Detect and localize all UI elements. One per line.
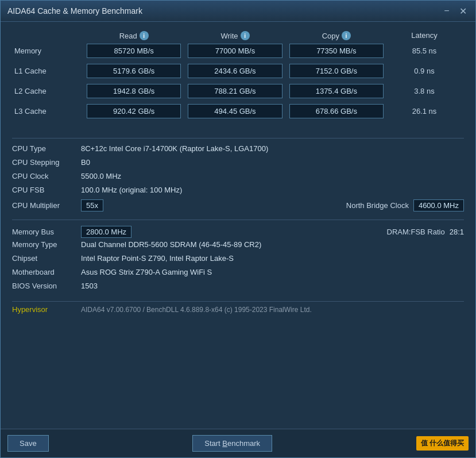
header-read: Read i xyxy=(83,31,184,40)
write-cell: 2434.6 GB/s xyxy=(184,64,285,78)
write-cell: 77000 MB/s xyxy=(184,44,285,58)
copy-value: 1375.4 GB/s xyxy=(289,84,384,98)
header-write: Write i xyxy=(184,31,285,40)
footer: Save Start Benchmark 值 什么值得买 xyxy=(1,429,475,457)
latency-value: 0.9 ns xyxy=(409,64,439,78)
motherboard-row: Motherboard Asus ROG Strix Z790-A Gaming… xyxy=(12,268,464,279)
copy-info-icon[interactable]: i xyxy=(342,31,351,40)
table-row: L3 Cache 920.42 GB/s 494.45 GB/s 678.66 … xyxy=(12,104,464,118)
write-value: 494.45 GB/s xyxy=(188,104,282,118)
row-label: L1 Cache xyxy=(14,67,83,75)
start-benchmark-button[interactable]: Start Benchmark xyxy=(192,435,272,452)
read-cell: 920.42 GB/s xyxy=(83,104,184,118)
benchmark-table: Read i Write i Copy i Latency xyxy=(12,31,464,124)
cpu-multiplier-value: 55x xyxy=(81,199,103,211)
row-label: L2 Cache xyxy=(14,87,83,95)
membus-value: 2800.0 MHz xyxy=(81,226,131,238)
cpu-clock-row: CPU Clock 5500.0 MHz xyxy=(12,172,464,183)
cpu-info-section: CPU Type 8C+12c Intel Core i7-14700K (Ra… xyxy=(12,138,464,214)
read-value: 85720 MB/s xyxy=(87,44,181,58)
copy-cell: 77350 MB/s xyxy=(286,44,387,58)
copy-value: 678.66 GB/s xyxy=(289,104,384,118)
row-label: Memory xyxy=(14,47,83,55)
memory-info-section: Memory Bus 2800.0 MHz DRAM:FSB Ratio 28:… xyxy=(12,220,464,295)
latency-cell: 3.8 ns xyxy=(387,84,462,98)
copy-cell: 678.66 GB/s xyxy=(286,104,387,118)
write-value: 788.21 GB/s xyxy=(188,84,282,98)
latency-cell: 26.1 ns xyxy=(387,105,462,118)
minimize-button[interactable]: − xyxy=(441,5,452,17)
write-value: 77000 MB/s xyxy=(188,44,282,58)
latency-value: 3.8 ns xyxy=(409,84,439,98)
memtype-row: Memory Type Dual Channel DDR5-5600 SDRAM… xyxy=(12,240,464,252)
header-empty xyxy=(14,31,83,40)
read-cell: 5179.6 GB/s xyxy=(83,64,184,78)
copy-value: 7152.0 GB/s xyxy=(289,64,384,78)
read-cell: 1942.8 GB/s xyxy=(83,84,184,98)
nb-clock-group: North Bridge Clock 4600.0 MHz xyxy=(346,199,464,211)
close-button[interactable]: ✕ xyxy=(457,5,469,17)
table-row: L2 Cache 1942.8 GB/s 788.21 GB/s 1375.4 … xyxy=(12,84,464,98)
main-content: Read i Write i Copy i Latency xyxy=(1,22,475,429)
cpu-fsb-row: CPU FSB 100.0 MHz (original: 100 MHz) xyxy=(12,186,464,197)
hypervisor-value: AIDA64 v7.00.6700 / BenchDLL 4.6.889.8-x… xyxy=(81,306,312,314)
chinese-badge: 值 什么值得买 xyxy=(416,436,469,451)
read-value: 5179.6 GB/s xyxy=(87,64,181,78)
dram-fsb-value: 28:1 xyxy=(450,228,464,236)
write-value: 2434.6 GB/s xyxy=(188,64,282,78)
bench-rows-container: Memory 85720 MB/s 77000 MB/s 77350 MB/s … xyxy=(12,44,464,118)
main-window: AIDA64 Cache & Memory Benchmark − ✕ Read… xyxy=(0,0,476,458)
latency-value: 26.1 ns xyxy=(408,105,442,118)
read-info-icon[interactable]: i xyxy=(140,31,149,40)
nb-clock-value: 4600.0 MHz xyxy=(413,199,464,211)
title-bar: AIDA64 Cache & Memory Benchmark − ✕ xyxy=(1,1,475,22)
window-title: AIDA64 Cache & Memory Benchmark xyxy=(7,6,142,16)
copy-cell: 1375.4 GB/s xyxy=(286,84,387,98)
row-label: L3 Cache xyxy=(14,107,83,116)
read-value: 1942.8 GB/s xyxy=(87,84,181,98)
write-info-icon[interactable]: i xyxy=(241,31,250,40)
latency-cell: 85.5 ns xyxy=(387,44,462,57)
table-row: Memory 85720 MB/s 77000 MB/s 77350 MB/s … xyxy=(12,44,464,58)
copy-cell: 7152.0 GB/s xyxy=(286,64,387,78)
chipset-row: Chipset Intel Raptor Point-S Z790, Intel… xyxy=(12,254,464,265)
hypervisor-label: Hypervisor xyxy=(12,305,81,314)
dram-fsb-group: DRAM:FSB Ratio 28:1 xyxy=(387,228,464,236)
benchmark-label: Start Benchmark xyxy=(204,439,260,448)
hypervisor-section: Hypervisor AIDA64 v7.00.6700 / BenchDLL … xyxy=(12,301,464,314)
read-cell: 85720 MB/s xyxy=(83,44,184,58)
table-header-row: Read i Write i Copy i Latency xyxy=(12,31,464,40)
write-cell: 788.21 GB/s xyxy=(184,84,285,98)
title-controls: − ✕ xyxy=(441,5,469,17)
latency-value: 85.5 ns xyxy=(408,44,442,57)
header-copy: Copy i xyxy=(286,31,387,40)
save-button[interactable]: Save xyxy=(7,435,49,452)
cpu-multiplier-row: CPU Multiplier 55x North Bridge Clock 46… xyxy=(12,199,464,211)
membus-row: Memory Bus 2800.0 MHz DRAM:FSB Ratio 28:… xyxy=(12,226,464,238)
bios-row: BIOS Version 1503 xyxy=(12,282,464,293)
read-value: 920.42 GB/s xyxy=(87,104,181,118)
header-latency: Latency xyxy=(387,31,462,40)
copy-value: 77350 MB/s xyxy=(289,44,384,58)
cpu-stepping-row: CPU Stepping B0 xyxy=(12,158,464,170)
write-cell: 494.45 GB/s xyxy=(184,104,285,118)
save-label: Save xyxy=(20,439,37,448)
latency-cell: 0.9 ns xyxy=(387,64,462,78)
cpu-type-row: CPU Type 8C+12c Intel Core i7-14700K (Ra… xyxy=(12,144,464,156)
table-row: L1 Cache 5179.6 GB/s 2434.6 GB/s 7152.0 … xyxy=(12,64,464,78)
